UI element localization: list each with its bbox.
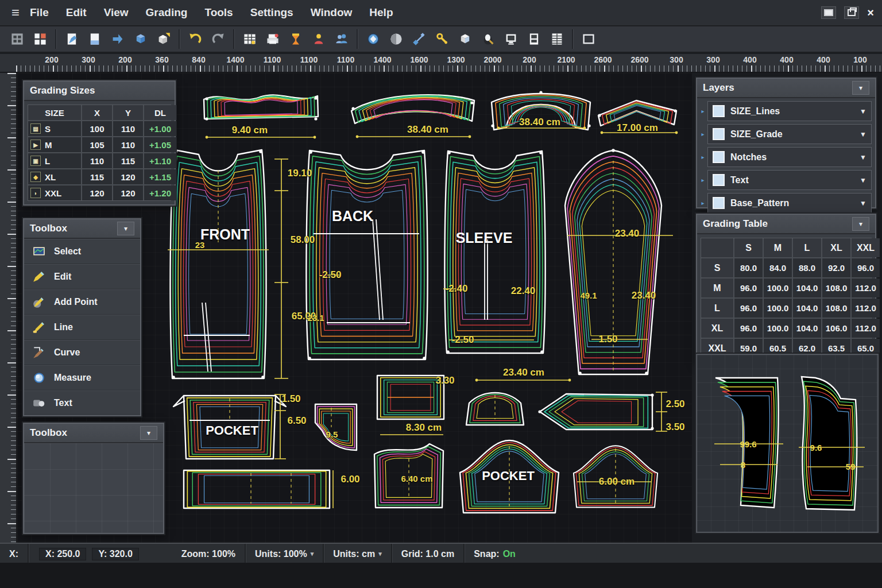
layer-visibility-checkbox[interactable] <box>713 197 725 209</box>
users-icon[interactable] <box>330 29 353 49</box>
printer-icon[interactable] <box>261 29 284 49</box>
grading-value[interactable]: 96.0 <box>852 258 880 277</box>
layer-item[interactable]: Base_Pattern ▼ <box>707 193 872 213</box>
grading-value[interactable]: 100.0 <box>764 278 792 297</box>
size-y-value[interactable]: 120 <box>113 185 143 200</box>
pattern-preview-panel[interactable]: 99.6 8 9.6 59 <box>696 354 879 533</box>
menu-tools[interactable]: Tools <box>204 6 233 19</box>
size-row-label[interactable]: ▣L <box>28 153 81 168</box>
minimize-button[interactable] <box>821 6 836 19</box>
piece-sleeve-body[interactable] <box>444 151 545 353</box>
monitor-icon[interactable] <box>500 29 523 49</box>
empty-square-icon[interactable] <box>577 29 600 49</box>
piece-collar-band-3[interactable] <box>492 94 590 130</box>
piece-long-bar[interactable] <box>184 470 330 508</box>
grading-value[interactable]: 106.0 <box>822 319 850 338</box>
grading-value[interactable]: 108.0 <box>822 299 850 318</box>
statusbar-snap[interactable]: Snap: On <box>465 544 525 564</box>
grading-value[interactable]: 112.0 <box>852 319 880 338</box>
layer-visibility-checkbox[interactable] <box>713 174 725 186</box>
link-points-icon[interactable] <box>408 29 431 49</box>
piece-corner[interactable] <box>315 404 357 450</box>
piece-collar-band-1[interactable] <box>204 95 318 119</box>
layer-item[interactable]: SIZE_Grade ▼ <box>707 124 872 144</box>
menu-window[interactable]: Window <box>311 6 353 19</box>
restore-button[interactable] <box>844 6 859 19</box>
tool-edit[interactable]: Edit <box>24 264 140 289</box>
layer-expand-icon[interactable]: ▸ <box>698 177 707 183</box>
document-edit-icon[interactable] <box>60 29 83 49</box>
layer-visibility-checkbox[interactable] <box>713 128 725 140</box>
grading-value[interactable]: 112.0 <box>852 278 880 297</box>
size-row-label[interactable]: ◆XL <box>28 169 81 184</box>
size-y-value[interactable]: 120 <box>113 169 143 184</box>
size-y-value[interactable]: 115 <box>113 153 143 168</box>
piece-sleeve[interactable] <box>565 150 662 374</box>
piece-dome-pocket-1[interactable] <box>460 440 559 513</box>
toolbox-dropdown-button[interactable]: ▾ <box>117 222 134 235</box>
layout-quad-icon[interactable] <box>29 29 52 49</box>
piece-back[interactable] <box>306 150 427 359</box>
statusbar-units-cm[interactable]: Units: cm ▾ <box>324 544 392 564</box>
layer-item[interactable]: Text ▼ <box>707 170 872 190</box>
grid-table-icon[interactable] <box>238 29 261 49</box>
box-3d-flag-icon[interactable] <box>152 29 175 49</box>
size-dl-value[interactable]: +1.20 <box>144 185 176 200</box>
layer-expand-icon[interactable]: ▸ <box>698 200 707 206</box>
grading-value[interactable]: 104.0 <box>793 299 821 318</box>
grading-value[interactable]: 84.0 <box>764 258 792 277</box>
grading-table-dropdown-button[interactable]: ▾ <box>852 217 869 231</box>
menu-settings[interactable]: Settings <box>250 6 293 19</box>
redo-icon[interactable] <box>207 29 230 49</box>
piece-curved-notch[interactable] <box>374 444 443 508</box>
grading-value[interactable]: 96.0 <box>734 299 763 318</box>
grading-value[interactable]: 96.0 <box>734 319 763 338</box>
spreadsheet-icon[interactable] <box>546 29 568 49</box>
grading-value[interactable]: 88.0 <box>793 258 821 277</box>
layer-expand-icon[interactable]: ▸ <box>698 154 707 160</box>
layers-dropdown-button[interactable]: ▾ <box>852 81 869 95</box>
layer-visibility-checkbox[interactable] <box>713 105 725 117</box>
piece-dome-pocket-2[interactable] <box>574 446 657 507</box>
piece-collar-band-4[interactable] <box>598 100 676 126</box>
panel-window-icon[interactable] <box>523 29 546 49</box>
size-dl-value[interactable]: +1.05 <box>144 137 176 152</box>
box-3d-white-icon[interactable] <box>454 29 477 49</box>
wrench-icon[interactable] <box>431 29 454 49</box>
tool-text[interactable]: Text <box>24 390 140 415</box>
size-x-value[interactable]: 110 <box>82 153 112 168</box>
layer-visibility-checkbox[interactable] <box>713 151 725 163</box>
grading-value[interactable]: 104.0 <box>793 319 821 338</box>
close-button[interactable]: × <box>867 7 874 18</box>
size-x-value[interactable]: 115 <box>82 169 112 184</box>
piece-pocket-rect[interactable] <box>173 396 286 459</box>
grading-value[interactable]: 108.0 <box>822 278 850 297</box>
size-y-value[interactable]: 110 <box>113 137 143 152</box>
hamburger-menu-icon[interactable]: ≡ <box>6 5 25 21</box>
size-x-value[interactable]: 100 <box>82 121 112 136</box>
toolbox2-dropdown-button[interactable]: ▾ <box>140 426 157 440</box>
grading-value[interactable]: 112.0 <box>852 299 880 318</box>
menu-grading[interactable]: Grading <box>146 6 188 19</box>
chevron-down-icon[interactable]: ▼ <box>860 130 866 138</box>
chevron-down-icon[interactable]: ▼ <box>860 107 866 115</box>
grading-value[interactable]: 100.0 <box>764 319 792 338</box>
chevron-down-icon[interactable]: ▼ <box>860 199 866 207</box>
size-x-value[interactable]: 120 <box>82 185 112 200</box>
grading-value[interactable]: 80.0 <box>734 258 763 277</box>
size-x-value[interactable]: 105 <box>82 137 112 152</box>
chevron-down-icon[interactable]: ▼ <box>860 176 866 184</box>
layer-expand-icon[interactable]: ▸ <box>698 131 707 137</box>
menu-view[interactable]: View <box>104 6 129 19</box>
size-dl-value[interactable]: +1.15 <box>144 169 176 184</box>
menu-edit[interactable]: Edit <box>66 6 87 19</box>
piece-arch-small[interactable] <box>466 393 524 425</box>
user-icon[interactable] <box>307 29 330 49</box>
tool-add-point[interactable]: Add Point <box>24 289 140 315</box>
document-new-icon[interactable] <box>83 29 106 49</box>
size-row-label[interactable]: ▶M <box>28 137 81 152</box>
piece-collar-band-2[interactable] <box>351 95 474 123</box>
tool-curve[interactable]: Curve <box>24 340 140 365</box>
piece-pointed-bar[interactable] <box>540 394 652 430</box>
toolbox2-empty-grid[interactable] <box>24 443 163 533</box>
